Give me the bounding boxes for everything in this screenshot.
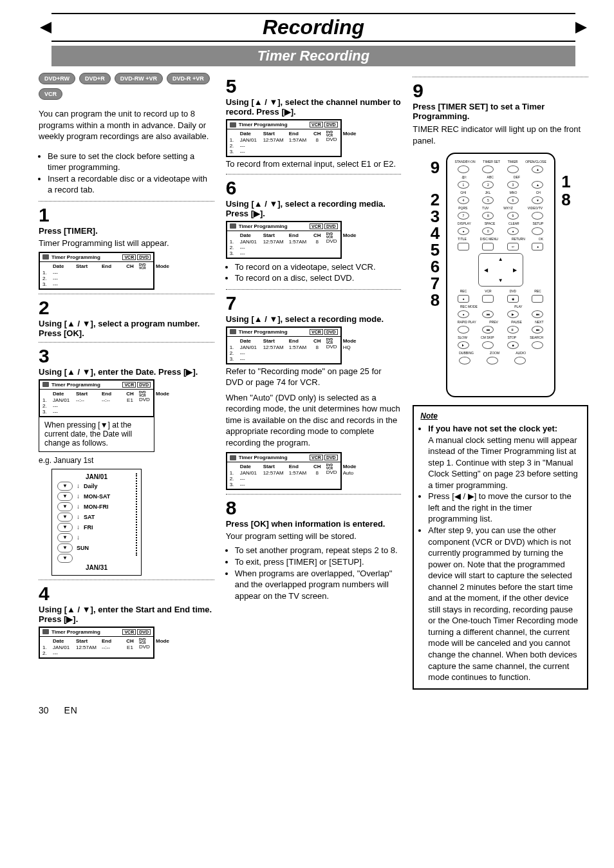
step-number-1: 1 (39, 205, 214, 225)
intro-bullet: Insert a recordable disc or a videotape … (48, 173, 214, 196)
step-7-para2: When "Auto" (DVD only) is selected as a … (226, 392, 402, 449)
step-number-8: 8 (226, 498, 402, 518)
page-title: Recording (51, 13, 575, 42)
timer-programming-label: Timer Programming (51, 254, 100, 260)
timer-button-icon (507, 165, 519, 173)
badge: DVD-RW +VR (115, 73, 163, 84)
step-number-2: 2 (39, 298, 214, 317)
step-number-5: 5 (226, 77, 402, 96)
step-1-title: Press [TIMER]. (39, 226, 214, 236)
step-8-sub: Your program setting will be stored. (226, 531, 402, 541)
timer-programming-panel: Timer ProgrammingVCRDVD DateStartEndCHDV… (226, 221, 342, 259)
footer-page-number: 30 (39, 705, 49, 715)
remote-control-diagram: STANDBY-ONTIMER SETTIMEROPEN/CLOSE ▲ .@/… (446, 153, 555, 397)
subtitle: Timer Recording (51, 46, 575, 66)
step-number-9: 9 (413, 81, 588, 100)
step-number-7: 7 (226, 294, 402, 313)
step-5-title: Using [▲ / ▼], select the channel number… (226, 97, 402, 117)
step-1-sub: Timer Programming list will appear. (39, 238, 214, 248)
intro-bullet: Be sure to set the clock before setting … (48, 151, 214, 173)
note-lead: If you have not set the clock yet: (428, 424, 557, 433)
column-right: 9 Press [TIMER SET] to set a Timer Progr… (413, 73, 588, 690)
step-6-bullet: To record on a videotape, select VCR. (235, 261, 402, 273)
date-loop-diagram: JAN/01 ▼↓Daily ▼↓MON-SAT ▼↓MON-FRI ▼↓SAT… (51, 469, 142, 576)
down-button-icon: ▼ (57, 482, 73, 491)
timer-programming-panel: Timer ProgrammingVCRDVD DateStartEndCHDV… (226, 452, 342, 490)
step-8-bullet: To exit, press [TIMER] or [SETUP]. (235, 556, 402, 568)
page-footer: 30 EN (39, 705, 588, 715)
note-heading: Note (420, 411, 581, 420)
column-middle: 5 Using [▲ / ▼], select the channel numb… (226, 73, 402, 690)
timerset-button-icon (482, 165, 494, 173)
callout-1: 1 (561, 172, 570, 192)
step-3-example: e.g. January 1st (39, 456, 214, 465)
note-box: Note If you have not set the clock yet:A… (413, 405, 588, 690)
dpad-icon: ▲◀▶▼ (478, 253, 523, 287)
callout-8r: 8 (561, 190, 570, 210)
step-8-title: Press [OK] when information is entered. (226, 519, 402, 529)
step-2-title: Using [▲ / ▼], select a program number. … (39, 319, 214, 338)
timer-programming-panel: Timer ProgrammingVCRDVD DateStartEndCHDV… (39, 379, 154, 417)
timer-icon (42, 254, 49, 259)
badge: DVD-R +VR (167, 73, 210, 84)
step-6-bullet: To record on a disc, select DVD. (235, 272, 402, 284)
intro-bullets: Be sure to set the clock before setting … (39, 151, 214, 196)
footer-lang: EN (64, 705, 77, 715)
step-5-after: To record from external input, select E1… (226, 158, 402, 170)
badge: DVD+RW (39, 73, 75, 84)
dvd-indicator: DVD (137, 254, 151, 260)
callout-8: 8 (431, 290, 440, 310)
badge: DVD+R (79, 73, 111, 84)
step-number-4: 4 (39, 584, 214, 603)
step-9-sub: TIMER REC indicator will light up on the… (413, 124, 588, 146)
badge: VCR (39, 88, 62, 100)
timer-programming-panel: Timer ProgrammingVCRDVD DateStartEndCHDV… (226, 119, 342, 157)
step-number-6: 6 (226, 178, 402, 198)
step-3-callout: When pressing [▼] at the current date, t… (39, 416, 154, 452)
disc-badges: DVD+RW DVD+R DVD-RW +VR DVD-R +VR VCR (39, 73, 214, 100)
step-9-title: Press [TIMER SET] to set a Timer Program… (413, 102, 588, 121)
intro-paragraph: You can program the unit to record up to… (39, 108, 214, 142)
step-7-para1: Refer to "Recording mode" on page 25 for… (226, 366, 402, 388)
standby-button-icon (458, 165, 469, 173)
step-number-3: 3 (39, 346, 214, 366)
step-7-title: Using [▲ / ▼], select a recording mode. (226, 314, 402, 324)
column-left: DVD+RW DVD+R DVD-RW +VR DVD-R +VR VCR Yo… (39, 73, 214, 690)
step-8-bullet: When programs are overlapped, "Overlap" … (235, 568, 402, 602)
vcr-indicator: VCR (122, 254, 136, 260)
step-6-title: Using [▲ / ▼], select a recording media.… (226, 199, 402, 218)
note-bullet-3: After step 9, you can use the other comp… (428, 525, 581, 683)
note-bullet-2: Press [◀ / ▶] to move the cursor to the … (428, 491, 581, 525)
timer-programming-panel: Timer ProgrammingVCRDVD DateStartEndCHDV… (39, 627, 154, 659)
callout-9: 9 (431, 158, 440, 178)
timer-programming-panel: Timer ProgrammingVCRDVD DateStartEndCHDV… (39, 252, 154, 290)
step-3-title: Using [▲ / ▼], enter the Date. Press [▶]… (39, 367, 214, 377)
openclose-button-icon: ▲ (532, 165, 543, 173)
step-4-title: Using [▲ / ▼], enter the Start and End t… (39, 605, 214, 624)
timer-programming-panel: Timer ProgrammingVCRDVD DateStartEndCHDV… (226, 326, 342, 364)
step-8-bullet: To set another program, repeat steps 2 t… (235, 545, 402, 556)
note-para: A manual clock setting menu will appear … (428, 435, 577, 490)
